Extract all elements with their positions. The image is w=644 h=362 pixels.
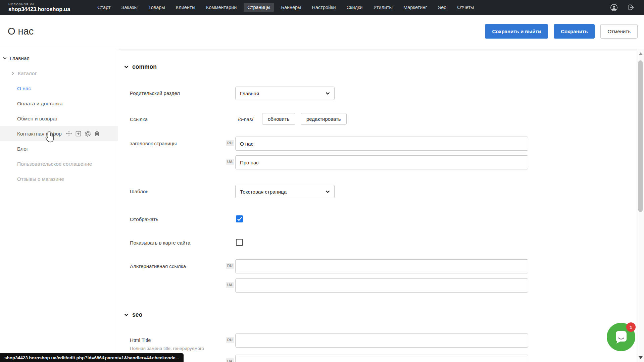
tree-item-polzovatelskoe-soglashenie[interactable]: Пользовательское соглашение: [0, 156, 118, 171]
save-button[interactable]: Сохранить: [554, 24, 595, 39]
logo-version: HOROSHOP V4: [8, 3, 70, 6]
tree-item-label: О нас: [17, 86, 31, 92]
tree-item-obmen-i-vozvrat[interactable]: Обмен и возврат: [0, 111, 118, 126]
tree-item-otzyvy-o-magazine[interactable]: Отзывы о магазине: [0, 171, 118, 187]
header-buttons: Сохранить и выйти Сохранить Отменить: [485, 24, 638, 39]
chat-bubble-icon: [613, 329, 629, 345]
chevron-right-icon[interactable]: [11, 71, 15, 75]
page-title: О нас: [8, 26, 34, 37]
nav-item-comments[interactable]: Комментарии: [202, 3, 240, 12]
alt-link-ua-input[interactable]: [235, 278, 528, 293]
gear-icon[interactable]: [85, 131, 91, 137]
nav-item-banners[interactable]: Баннеры: [277, 3, 305, 12]
chevron-down-icon: [124, 65, 129, 69]
tree-item-glavnaya[interactable]: Главная: [0, 51, 118, 66]
tree-item-oplata-i-dostavka[interactable]: Оплата и доставка: [0, 96, 118, 111]
chevron-down-icon[interactable]: [3, 56, 7, 60]
tree-item-label: Отзывы о магазине: [17, 176, 64, 182]
page-header: О нас Сохранить и выйти Сохранить Отмени…: [0, 15, 644, 48]
pages-tree-sidebar: Главная Каталог О нас Оплата и доставка …: [0, 49, 118, 362]
navbar-right: [610, 4, 635, 11]
trash-icon[interactable]: [94, 131, 100, 137]
sitemap-checkbox-unchecked[interactable]: [236, 239, 243, 246]
link-status-bar: shop34423.horoshop.ua/edit/edit.php?id=6…: [0, 353, 184, 362]
logo[interactable]: HOROSHOP V4 shop34423.horoshop.ua: [8, 3, 70, 12]
lang-badge-ru: RU: [226, 263, 234, 269]
section-seo[interactable]: seo: [124, 311, 142, 318]
scrollbar-up-arrow-icon[interactable]: [639, 52, 642, 55]
page-edit-form: common Родительский раздел Главная Ссылк…: [118, 49, 637, 362]
nav-item-clients[interactable]: Клиенты: [172, 3, 199, 12]
move-icon[interactable]: [66, 131, 72, 137]
logo-domain: shop34423.horoshop.ua: [8, 7, 70, 12]
page-title-label: заголовок страницы: [130, 141, 177, 146]
section-title: seo: [132, 311, 142, 318]
nav-item-reports[interactable]: Отчеты: [453, 3, 478, 12]
link-label: Ссылка: [130, 116, 148, 122]
display-checkbox-checked[interactable]: [236, 215, 243, 222]
nav-item-utilities[interactable]: Утилиты: [369, 3, 396, 12]
parent-section-label: Родительский раздел: [130, 90, 180, 96]
html-title-ua-input[interactable]: [235, 355, 528, 362]
nav-item-pages[interactable]: Страницы: [244, 3, 274, 12]
parent-section-select[interactable]: Главная: [235, 87, 335, 100]
select-value: Главная: [240, 91, 259, 96]
scrollbar-thumb[interactable]: [638, 60, 643, 212]
lang-badge-ua: UA: [226, 159, 234, 165]
nav-item-marketing[interactable]: Маркетинг: [400, 3, 431, 12]
tree-item-label: Главная: [10, 55, 30, 61]
refresh-link-button[interactable]: обновить: [262, 113, 295, 125]
html-title-label: Html Title: [130, 337, 151, 343]
tree-item-label: Оплата и доставка: [17, 101, 63, 107]
tree-item-katalog[interactable]: Каталог: [0, 66, 118, 81]
nav-item-orders[interactable]: Заказы: [117, 3, 141, 12]
tree-item-label: Каталог: [18, 70, 37, 76]
nav-item-start[interactable]: Старт: [94, 3, 114, 12]
html-title-ru-input[interactable]: [235, 333, 528, 348]
nav-item-products[interactable]: Товары: [145, 3, 169, 12]
nav-item-seo[interactable]: Seo: [434, 3, 450, 12]
nav-item-discounts[interactable]: Скидки: [343, 3, 366, 12]
section-title: common: [132, 63, 157, 70]
chevron-down-icon: [326, 91, 330, 96]
tree-item-kontaktnaya-informatsiya[interactable]: Контактная инфор: [0, 126, 118, 141]
chevron-down-icon: [124, 313, 129, 317]
html-title-hint: Полная замена title, генерируемого: [130, 346, 204, 351]
nav-item-settings[interactable]: Настройки: [308, 3, 340, 12]
account-icon[interactable]: [610, 4, 618, 11]
select-value: Текстовая страница: [240, 189, 287, 195]
alt-link-label: Альтернативная ссылка: [130, 263, 186, 269]
cancel-button[interactable]: Отменить: [600, 24, 638, 39]
chat-widget-button[interactable]: 1: [607, 323, 635, 351]
main-menu: Старт Заказы Товары Клиенты Комментарии …: [94, 3, 478, 12]
edit-link-button[interactable]: редактировать: [301, 113, 347, 125]
check-icon: [237, 217, 242, 221]
logout-icon[interactable]: [627, 4, 635, 11]
alt-link-ru-input[interactable]: [235, 259, 528, 273]
add-page-icon[interactable]: [75, 131, 82, 137]
tree-item-blog[interactable]: Блог: [0, 141, 118, 156]
scrollbar-down-arrow-icon[interactable]: [639, 356, 643, 359]
tree-item-label: Блог: [17, 146, 29, 152]
tree-item-o-nas[interactable]: О нас: [0, 81, 118, 96]
tree-item-actions: [66, 131, 100, 137]
tree-item-label: Контактная инфор: [17, 131, 62, 137]
sitemap-label: Показывать в карте сайта: [130, 240, 190, 246]
template-label: Шаблон: [130, 189, 149, 194]
lang-badge-ua: UA: [226, 282, 234, 288]
lang-badge-ua: UA: [226, 358, 234, 362]
page-title-ru-input[interactable]: [235, 137, 528, 151]
top-navbar: HOROSHOP V4 shop34423.horoshop.ua Старт …: [0, 0, 644, 15]
section-common[interactable]: common: [124, 63, 157, 70]
tree-item-label: Пользовательское соглашение: [17, 161, 92, 167]
lang-badge-ru: RU: [226, 140, 234, 146]
display-label: Отображать: [130, 216, 158, 222]
lang-badge-ru: RU: [226, 337, 234, 343]
chat-notification-badge: 1: [626, 322, 636, 332]
save-and-exit-button[interactable]: Сохранить и выйти: [485, 24, 548, 39]
page-title-ua-input[interactable]: [235, 155, 528, 169]
template-select[interactable]: Текстовая страница: [235, 185, 335, 198]
tree-item-label: Обмен и возврат: [17, 116, 58, 122]
vertical-scrollbar[interactable]: [637, 49, 644, 362]
chevron-down-icon: [326, 190, 330, 194]
